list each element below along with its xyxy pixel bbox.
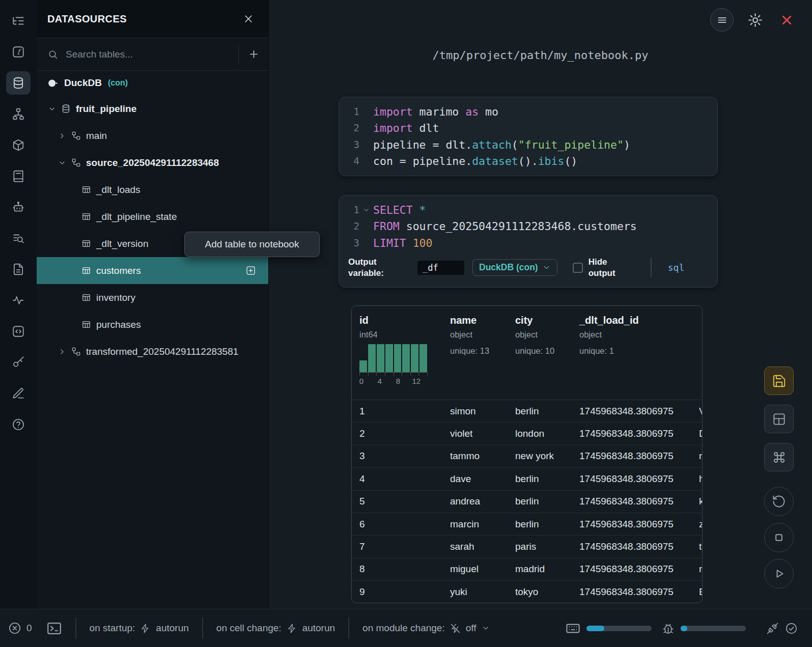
tree-item-inventory[interactable]: inventory [37,284,268,311]
table-row[interactable]: 6marcinberlin1745968348.3806975z [352,513,702,536]
kernel-connection-button[interactable] [766,622,779,635]
undo-button[interactable] [764,487,794,516]
unplug-icon [766,622,779,635]
tree-item-main[interactable]: main [37,122,268,149]
table-cell: 1745968348.3806975 [572,451,695,462]
table-row[interactable]: 9yukitokyo1745968348.3806975E [352,581,702,603]
table-row[interactable]: 5andreaberlin1745968348.3806975k [352,491,702,513]
add-table-button[interactable] [245,265,256,276]
code-line: 2import dlt [339,120,717,137]
column-header-name[interactable]: nameobjectunique: 13 [442,306,508,400]
search-input[interactable] [66,49,238,60]
column-header-_dlt_load_id[interactable]: _dlt_load_idobjectunique: 1 [572,306,695,400]
rail-help[interactable] [6,413,31,436]
rail-packages[interactable] [6,133,31,157]
table-cell: 7 [352,541,442,552]
table-row[interactable]: 4daveberlin1745968348.3806975h [352,468,702,490]
result-table: idint6404812nameobjectunique: 13cityobje… [351,305,703,603]
code-cell-python[interactable]: 1import marimo as mo2import dlt3pipeline… [339,97,718,176]
table-cell: sarah [442,541,508,552]
rail-explorer[interactable] [6,9,31,33]
add-datasource-button[interactable] [239,48,268,60]
menu-button[interactable] [710,8,734,32]
table-cell: z [695,519,702,530]
table-row[interactable]: 2violetlondon1745968348.3806975D [352,423,702,445]
output-variable-input[interactable]: _df [417,261,464,275]
rail-datasources[interactable] [6,71,31,95]
keyboard-shortcuts-button[interactable] [566,621,580,636]
code-line: 3LIMIT 100 [339,235,717,251]
config-on-cell-change[interactable]: on cell change:autorun [216,623,335,634]
table-cell: dave [442,473,508,485]
table-cell: berlin [508,496,572,507]
layout-button[interactable] [764,405,794,433]
table-cell: violet [442,428,508,439]
table-cell: tammo [442,451,508,462]
debug-button[interactable] [662,622,675,635]
search-list-icon [12,232,25,245]
column-header-id[interactable]: idint6404812 [352,306,442,400]
table-row[interactable]: 1simonberlin1745968348.3806975V [352,400,702,423]
rail-scratchpad[interactable] [6,382,31,405]
table-cell: 1745968348.3806975 [572,428,695,439]
table-cell: 2 [352,428,442,439]
stop-icon [772,530,786,545]
database-icon [61,104,71,114]
table-cell: 1 [352,406,442,417]
tree-item-customers[interactable]: customers [37,257,268,284]
rail-snippets[interactable] [6,320,31,343]
rail-documentation[interactable] [6,258,31,281]
config-on-startup[interactable]: on startup:autorun [90,623,189,634]
table-cell: 1745968348.3806975 [572,473,695,485]
sitemap-icon [12,107,25,121]
debug-slider[interactable] [681,626,746,631]
tree-item-source_202504291112283468[interactable]: source_202504291112283468 [37,149,268,176]
rail-secrets[interactable] [6,351,31,374]
run-status-button[interactable] [785,622,798,635]
sql-language-label[interactable]: sql [668,262,685,273]
table-row[interactable]: 7sarahparis1745968348.3806975t [352,536,702,558]
table-cell: r [695,451,702,462]
scratchpad-icon [12,387,25,400]
rail-logs[interactable] [6,227,31,250]
tree-item-transformed_202504291112283581[interactable]: transformed_202504291112283581 [37,338,268,365]
table-cell: 1745968348.3806975 [572,406,695,417]
settings-button[interactable] [745,10,765,30]
duckdb-connection[interactable]: DuckDB (con) [37,71,268,95]
connection-name: DuckDB [64,77,102,89]
magnifier-icon [47,49,59,60]
save-button[interactable] [764,367,794,395]
rail-functions[interactable]: f [6,40,31,64]
chevron-right-icon [58,132,66,140]
hide-output-checkbox[interactable] [573,263,583,273]
rail-dependencies[interactable] [6,102,31,126]
tree-item-purchases[interactable]: purchases [37,311,268,338]
terminal-button[interactable] [46,621,62,636]
panel-close-button[interactable] [243,13,254,24]
rail-assistant[interactable] [6,195,31,219]
sql-editor[interactable]: 1SELECT *2FROM source_202504291112283468… [339,202,717,251]
error-indicator[interactable]: 0 [8,622,32,635]
stop-button[interactable] [764,523,794,552]
run-button[interactable] [764,559,794,588]
config-on-module-change[interactable]: on module change:off [362,623,489,634]
tree-item-_dlt_loads[interactable]: _dlt_loads [37,176,268,203]
close-app-button[interactable] [776,10,797,30]
column-header-partial[interactable] [695,306,703,400]
rail-notebook[interactable] [6,164,31,188]
table-row[interactable]: 3tammonew york1745968348.3806975r [352,445,702,468]
table-grid-icon [81,320,91,329]
table-row[interactable]: 8miguelmadrid1745968348.3806975r [352,558,702,581]
tree-item-_dlt_pipeline_state[interactable]: _dlt_pipeline_state [37,203,268,230]
rail-tracing[interactable] [6,289,31,312]
table-cell: yuki [442,586,508,598]
code-cell-sql[interactable]: 1SELECT *2FROM source_202504291112283468… [339,195,718,288]
column-header-city[interactable]: cityobjectunique: 10 [508,306,572,400]
engine-select[interactable]: DuckDB (con) [472,259,557,276]
command-palette-button[interactable] [764,443,794,471]
table-grid-icon [81,266,91,275]
keyboard-slider[interactable] [586,626,652,631]
tree-item-fruit_pipeline[interactable]: fruit_pipeline [37,95,268,122]
table-cell: 6 [352,519,442,530]
table-cell: 1745968348.3806975 [572,496,695,507]
